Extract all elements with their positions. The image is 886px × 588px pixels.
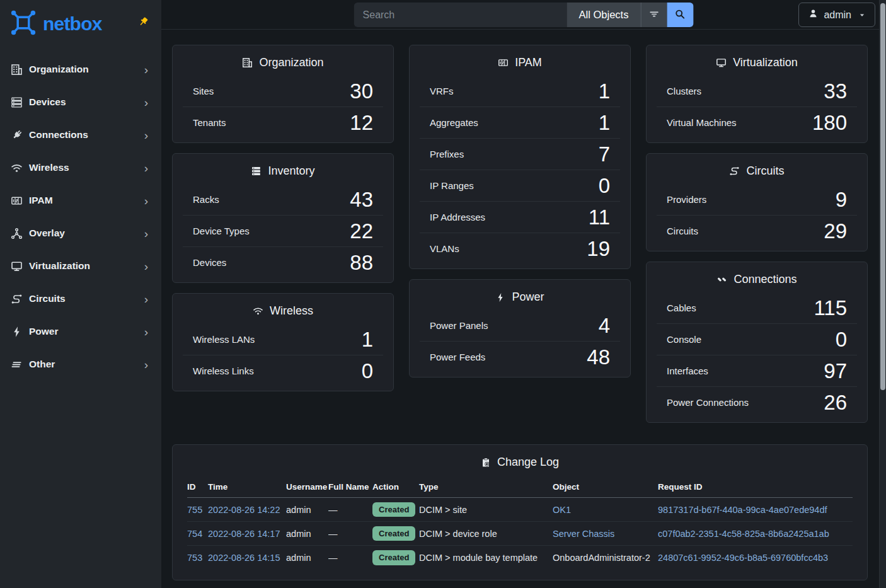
sidebar-item-connections[interactable]: Connections › bbox=[0, 118, 161, 151]
stat-row: Circuits 29 bbox=[657, 215, 857, 246]
stat-value-tenants: 12 bbox=[350, 112, 373, 133]
changelog-id-link[interactable]: 753 bbox=[187, 553, 202, 563]
stat-label-circuits[interactable]: Circuits bbox=[667, 226, 698, 236]
changelog-id-link[interactable]: 754 bbox=[187, 529, 202, 539]
changelog-type: DCIM > device role bbox=[419, 529, 497, 539]
changelog-time-link[interactable]: 2022-08-26 14:22 bbox=[208, 505, 280, 515]
stat-label-tenants[interactable]: Tenants bbox=[193, 117, 226, 128]
sidebar-item-circuits[interactable]: Circuits › bbox=[0, 282, 161, 315]
vertical-scrollbar[interactable] bbox=[879, 0, 886, 588]
rack-icon bbox=[9, 96, 23, 108]
stat-row: Cables 115 bbox=[657, 292, 857, 323]
stat-label-ip-ranges[interactable]: IP Ranges bbox=[430, 180, 474, 191]
netbox-logo[interactable]: netbox bbox=[9, 9, 102, 39]
changelog-type: DCIM > site bbox=[419, 505, 467, 515]
stat-label-sites[interactable]: Sites bbox=[193, 86, 214, 96]
stat-label-ip-addresses[interactable]: IP Addresses bbox=[430, 212, 485, 222]
changelog-full-name: — bbox=[328, 529, 338, 539]
changelog-id-link[interactable]: 755 bbox=[187, 505, 202, 515]
stat-label-clusters[interactable]: Clusters bbox=[667, 86, 701, 96]
stat-row: Power Feeds 48 bbox=[420, 341, 620, 372]
sidebar-item-devices[interactable]: Devices › bbox=[0, 86, 161, 118]
building-icon bbox=[9, 64, 23, 76]
stat-label-vrfs[interactable]: VRFs bbox=[430, 86, 454, 96]
stat-value-ip-ranges: 0 bbox=[599, 175, 610, 196]
topbar: All Objects admin bbox=[161, 0, 886, 30]
changelog-full-name: — bbox=[328, 553, 338, 563]
filter-button[interactable] bbox=[640, 3, 667, 27]
stat-label-console[interactable]: Console bbox=[667, 334, 701, 345]
stat-row: Clusters 33 bbox=[657, 75, 857, 107]
stat-label-wireless-lans[interactable]: Wireless LANs bbox=[193, 334, 255, 345]
changelog-time-link[interactable]: 2022-08-26 14:15 bbox=[208, 553, 280, 563]
scrollbar-thumb[interactable] bbox=[880, 3, 885, 390]
stat-value-power-connections: 26 bbox=[824, 392, 847, 413]
status-badge-created: Created bbox=[372, 550, 415, 565]
stat-label-power-connections[interactable]: Power Connections bbox=[667, 397, 749, 408]
sidebar-item-virtualization[interactable]: Virtualization › bbox=[0, 250, 161, 282]
card-virtualization: Virtualization Clusters 33 Virtual Machi… bbox=[646, 45, 868, 143]
changelog-object-link[interactable]: OK1 bbox=[553, 505, 571, 515]
col-header-request-id: Request ID bbox=[658, 477, 853, 498]
user-menu-button[interactable]: admin bbox=[798, 3, 875, 27]
pin-sidebar-icon[interactable] bbox=[138, 16, 149, 27]
caret-down-icon bbox=[859, 12, 865, 18]
search-input[interactable] bbox=[354, 3, 567, 27]
chevron-right-icon: › bbox=[144, 64, 148, 76]
sidebar-item-label: Virtualization bbox=[29, 260, 144, 272]
bolt-icon bbox=[495, 292, 505, 303]
sidebar-item-power[interactable]: Power › bbox=[0, 315, 161, 348]
changelog-time-link[interactable]: 2022-08-26 14:17 bbox=[208, 529, 280, 539]
stat-label-device-types[interactable]: Device Types bbox=[193, 226, 250, 236]
stat-label-power-panels[interactable]: Power Panels bbox=[430, 320, 488, 331]
changelog-row: 753 2022-08-26 14:15 admin — Created DCI… bbox=[187, 546, 853, 570]
stat-label-aggregates[interactable]: Aggregates bbox=[430, 117, 478, 128]
monitor-icon bbox=[9, 260, 23, 272]
stat-label-virtual-machines[interactable]: Virtual Machines bbox=[667, 117, 737, 128]
netbox-dashboard: { "brand": { "logo_text": "netbox" }, "t… bbox=[0, 0, 886, 588]
sidebar-item-organization[interactable]: Organization › bbox=[0, 53, 161, 86]
stat-value-power-panels: 4 bbox=[599, 315, 610, 336]
plug-icon bbox=[9, 129, 23, 141]
stat-row: VRFs 1 bbox=[420, 75, 620, 107]
stat-row: Devices 88 bbox=[183, 246, 383, 278]
stat-label-racks[interactable]: Racks bbox=[193, 194, 219, 205]
card-title: Inventory bbox=[268, 164, 314, 178]
sidebar-item-wireless[interactable]: Wireless › bbox=[0, 151, 161, 184]
stat-row: Sites 30 bbox=[183, 75, 383, 107]
changelog-request-id-link[interactable]: c07f0ab2-2351-4c58-825a-8b6a2425a1ab bbox=[658, 529, 829, 539]
stat-row: Wireless Links 0 bbox=[183, 355, 383, 386]
stat-row: IP Addresses 11 bbox=[420, 201, 620, 233]
changelog-row: 754 2022-08-26 14:17 admin — Created DCI… bbox=[187, 522, 853, 546]
stat-row: Prefixes 7 bbox=[420, 138, 620, 170]
dashboard-column-1: Organization Sites 30 Tenants 12 bbox=[172, 45, 394, 391]
stat-label-prefixes[interactable]: Prefixes bbox=[430, 149, 464, 159]
chevron-right-icon: › bbox=[144, 228, 148, 239]
stat-label-wireless-links[interactable]: Wireless Links bbox=[193, 366, 254, 376]
stat-value-aggregates: 1 bbox=[599, 112, 610, 133]
wifi-icon bbox=[253, 306, 263, 316]
changelog-request-id-link[interactable]: 9817317d-b67f-440a-99ca-4ae07ede94df bbox=[658, 505, 827, 515]
card-circuits: Circuits Providers 9 Circuits 29 bbox=[646, 153, 868, 251]
stat-value-device-types: 22 bbox=[350, 221, 373, 241]
sidebar-item-overlay[interactable]: Overlay › bbox=[0, 217, 161, 250]
stat-label-providers[interactable]: Providers bbox=[667, 194, 706, 205]
global-search: All Objects bbox=[354, 3, 694, 27]
search-scope-button[interactable]: All Objects bbox=[567, 3, 641, 27]
stat-label-power-feeds[interactable]: Power Feeds bbox=[430, 352, 485, 362]
stat-row: Device Types 22 bbox=[183, 215, 383, 246]
changelog-object-link[interactable]: Server Chassis bbox=[553, 529, 614, 539]
stat-label-vlans[interactable]: VLANs bbox=[430, 243, 459, 254]
stat-label-interfaces[interactable]: Interfaces bbox=[667, 366, 708, 376]
sidebar-header: netbox bbox=[0, 0, 161, 43]
card-title: Connections bbox=[734, 273, 797, 286]
stat-row: Console 0 bbox=[657, 323, 857, 355]
stat-label-devices[interactable]: Devices bbox=[193, 257, 226, 268]
changelog-request-id-link[interactable]: 24807c61-9952-49c6-b8a5-69760bfcc4b3 bbox=[658, 553, 828, 563]
stat-label-cables[interactable]: Cables bbox=[667, 303, 696, 313]
sidebar-item-ipam[interactable]: IPAM › bbox=[0, 184, 161, 217]
chevron-right-icon: › bbox=[144, 195, 148, 207]
sidebar-item-other[interactable]: Other › bbox=[0, 348, 161, 381]
clipboard-clock-icon bbox=[481, 458, 491, 468]
search-submit-button[interactable] bbox=[667, 3, 693, 27]
